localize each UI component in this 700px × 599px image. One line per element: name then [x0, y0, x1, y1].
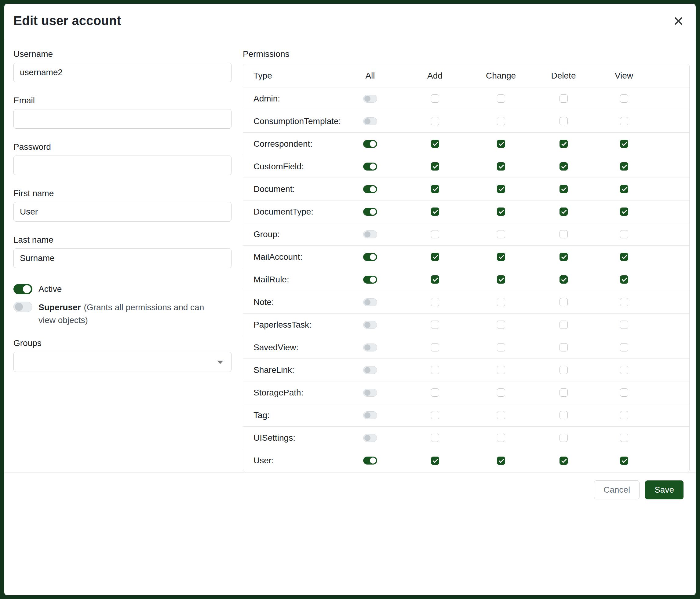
change-checkbox[interactable]: [497, 253, 505, 261]
add-checkbox[interactable]: [431, 162, 439, 170]
change-checkbox[interactable]: [497, 94, 505, 103]
add-checkbox[interactable]: [431, 320, 439, 329]
all-toggle[interactable]: [363, 298, 377, 306]
superuser-toggle[interactable]: [14, 302, 32, 312]
delete-checkbox-cell: [533, 388, 594, 397]
change-checkbox[interactable]: [497, 411, 505, 419]
view-checkbox[interactable]: [620, 457, 628, 465]
close-button[interactable]: ×: [673, 14, 683, 28]
view-checkbox[interactable]: [620, 343, 628, 352]
view-checkbox[interactable]: [620, 366, 628, 374]
first-name-input[interactable]: [14, 202, 231, 221]
change-checkbox[interactable]: [497, 343, 505, 352]
all-toggle[interactable]: [363, 185, 377, 193]
email-input[interactable]: [14, 109, 231, 129]
all-toggle[interactable]: [363, 434, 377, 442]
change-checkbox[interactable]: [497, 275, 505, 284]
change-checkbox[interactable]: [497, 117, 505, 125]
delete-checkbox[interactable]: [559, 208, 568, 216]
add-checkbox[interactable]: [431, 208, 439, 216]
delete-checkbox[interactable]: [559, 388, 568, 397]
all-toggle[interactable]: [363, 253, 377, 261]
add-checkbox[interactable]: [431, 117, 439, 125]
view-checkbox[interactable]: [620, 253, 628, 261]
delete-checkbox[interactable]: [559, 298, 568, 306]
add-checkbox[interactable]: [431, 185, 439, 193]
password-input[interactable]: [14, 155, 231, 175]
change-checkbox[interactable]: [497, 457, 505, 465]
change-checkbox[interactable]: [497, 388, 505, 397]
add-checkbox[interactable]: [431, 411, 439, 419]
view-checkbox[interactable]: [620, 275, 628, 284]
add-checkbox[interactable]: [431, 343, 439, 352]
username-input[interactable]: [14, 63, 231, 82]
view-checkbox[interactable]: [620, 208, 628, 216]
all-toggle[interactable]: [363, 117, 377, 125]
delete-checkbox[interactable]: [559, 185, 568, 193]
all-toggle[interactable]: [363, 275, 377, 284]
add-checkbox[interactable]: [431, 94, 439, 103]
all-toggle[interactable]: [363, 140, 377, 148]
modal-title: Edit user account: [14, 13, 121, 29]
add-checkbox[interactable]: [431, 253, 439, 261]
all-toggle[interactable]: [363, 411, 377, 419]
delete-checkbox[interactable]: [559, 117, 568, 125]
change-checkbox[interactable]: [497, 208, 505, 216]
cancel-button[interactable]: Cancel: [594, 480, 640, 499]
delete-checkbox[interactable]: [559, 253, 568, 261]
all-toggle[interactable]: [363, 163, 377, 170]
change-checkbox[interactable]: [497, 185, 505, 193]
view-checkbox[interactable]: [620, 117, 628, 125]
add-checkbox[interactable]: [431, 434, 439, 442]
all-toggle[interactable]: [363, 457, 377, 464]
view-checkbox[interactable]: [620, 230, 628, 238]
add-checkbox[interactable]: [431, 140, 439, 148]
all-toggle[interactable]: [363, 208, 377, 216]
add-checkbox[interactable]: [431, 298, 439, 306]
view-checkbox[interactable]: [620, 94, 628, 103]
change-checkbox[interactable]: [497, 298, 505, 306]
add-checkbox[interactable]: [431, 457, 439, 465]
change-checkbox[interactable]: [497, 434, 505, 442]
groups-select[interactable]: [14, 352, 231, 372]
view-checkbox[interactable]: [620, 298, 628, 306]
delete-checkbox[interactable]: [559, 94, 568, 103]
delete-checkbox[interactable]: [559, 162, 568, 170]
last-name-input[interactable]: [14, 248, 231, 268]
view-checkbox[interactable]: [620, 140, 628, 148]
view-checkbox[interactable]: [620, 388, 628, 397]
delete-checkbox[interactable]: [559, 411, 568, 419]
all-toggle[interactable]: [363, 95, 377, 103]
all-toggle[interactable]: [363, 231, 377, 238]
delete-checkbox[interactable]: [559, 434, 568, 442]
delete-checkbox[interactable]: [559, 275, 568, 284]
delete-checkbox[interactable]: [559, 320, 568, 329]
change-checkbox[interactable]: [497, 366, 505, 374]
change-checkbox[interactable]: [497, 320, 505, 329]
change-checkbox[interactable]: [497, 230, 505, 238]
add-checkbox[interactable]: [431, 366, 439, 374]
all-toggle[interactable]: [363, 321, 377, 329]
add-checkbox[interactable]: [431, 388, 439, 397]
view-checkbox[interactable]: [620, 320, 628, 329]
view-checkbox[interactable]: [620, 411, 628, 419]
add-checkbox[interactable]: [431, 230, 439, 238]
all-toggle[interactable]: [363, 366, 377, 374]
view-checkbox[interactable]: [620, 162, 628, 170]
save-button[interactable]: Save: [645, 480, 683, 499]
all-toggle[interactable]: [363, 343, 377, 352]
delete-checkbox[interactable]: [559, 366, 568, 374]
delete-checkbox[interactable]: [559, 230, 568, 238]
delete-checkbox-cell: [533, 162, 594, 170]
add-checkbox[interactable]: [431, 275, 439, 284]
view-checkbox[interactable]: [620, 185, 628, 193]
delete-checkbox[interactable]: [559, 457, 568, 465]
change-checkbox[interactable]: [497, 162, 505, 170]
delete-checkbox[interactable]: [559, 343, 568, 352]
delete-checkbox[interactable]: [559, 140, 568, 148]
view-checkbox[interactable]: [620, 434, 628, 442]
all-toggle[interactable]: [363, 389, 377, 397]
change-checkbox[interactable]: [497, 140, 505, 148]
delete-checkbox-cell: [533, 253, 594, 261]
active-toggle[interactable]: [14, 284, 32, 294]
